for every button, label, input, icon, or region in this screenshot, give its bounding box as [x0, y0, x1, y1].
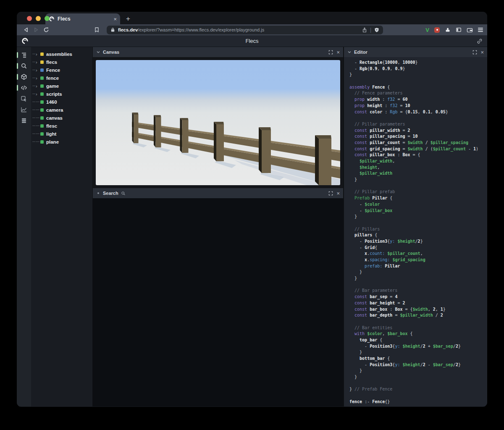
expand-chevron-icon[interactable]: › [36, 76, 39, 80]
code-line[interactable]: - Rgb{0.9, 0.9, 0.9} [349, 66, 485, 72]
sidebar-toggle-icon[interactable] [456, 27, 462, 33]
close-window-button[interactable] [27, 16, 32, 21]
code-line[interactable]: pillars { [349, 232, 485, 239]
code-line[interactable] [349, 393, 485, 399]
code-line[interactable]: assembly Fence { [349, 84, 485, 91]
chevron-down-icon[interactable] [96, 50, 100, 54]
code-line[interactable]: // Bar parameters [349, 288, 485, 294]
new-tab-button[interactable]: + [126, 15, 130, 23]
code-line[interactable]: prefab: Pillar [349, 263, 485, 270]
stats-chart-icon[interactable] [17, 104, 31, 115]
code-line[interactable]: x.spacing: $grid_spacing [349, 257, 485, 263]
expand-chevron-icon[interactable]: › [36, 92, 39, 96]
expand-chevron-icon[interactable]: › [36, 52, 39, 56]
code-line[interactable] [349, 220, 485, 226]
code-line[interactable]: - Rectangle{10000, 10000} [349, 60, 485, 66]
code-line[interactable]: - $pillar_box [349, 208, 485, 214]
chevron-down-icon[interactable] [347, 50, 352, 54]
code-line[interactable]: } [349, 374, 485, 380]
reload-icon[interactable] [41, 26, 51, 34]
code-line[interactable]: const bar_depth = $pillar_width / 2 [349, 312, 485, 319]
forward-icon[interactable] [31, 26, 41, 34]
share-link-icon[interactable] [477, 38, 483, 44]
expand-chevron-icon[interactable]: › [36, 60, 39, 64]
tree-item[interactable]: ›fence [31, 74, 92, 82]
code-line[interactable]: // Pillar parameters [349, 121, 485, 128]
fullscreen-icon[interactable] [471, 49, 478, 55]
close-panel-icon[interactable]: × [336, 49, 340, 55]
code-line[interactable]: - Grid{ [349, 245, 485, 251]
inspector-icon[interactable] [17, 93, 31, 104]
tree-item[interactable]: plane [31, 138, 92, 146]
code-line[interactable]: } [349, 368, 485, 374]
share-icon[interactable] [362, 27, 367, 33]
3d-viewport[interactable] [96, 60, 340, 185]
close-panel-icon[interactable]: × [480, 49, 484, 55]
code-line[interactable]: // Fence parameters [349, 90, 485, 97]
code-line[interactable]: prop width : f32 = 60 [349, 97, 485, 103]
code-line[interactable]: - $color [349, 202, 485, 208]
code-line[interactable]: // Pillar prefab [349, 189, 485, 195]
tree-item[interactable]: canvas [31, 114, 92, 122]
tree-item[interactable]: flesc [31, 122, 92, 130]
canvas-cube-icon[interactable] [17, 71, 31, 82]
tree-item[interactable]: ›game [31, 82, 92, 90]
red-extension-icon[interactable] [434, 27, 440, 33]
url-bar[interactable]: flecs.dev/explorer/?wasm=https://www.fle… [107, 26, 383, 34]
brave-shield-icon[interactable] [374, 27, 379, 33]
code-line[interactable]: prop height : f32 = 10 [349, 103, 485, 109]
tree-item[interactable]: 1460 [31, 98, 92, 106]
code-line[interactable] [349, 183, 485, 189]
code-line[interactable] [349, 78, 485, 84]
query-search-icon[interactable] [17, 60, 31, 71]
expand-chevron-icon[interactable]: › [36, 68, 39, 72]
v-extension-icon[interactable]: V [425, 27, 429, 33]
code-line[interactable]: const grid_spacing = $width / ($pillar_c… [349, 146, 485, 152]
code-line[interactable]: const bar_sep = 4 [349, 294, 485, 300]
code-line[interactable]: const color : Rgb = {0.15, 0.1, 0.05} [349, 109, 485, 115]
code-line[interactable]: } [349, 72, 485, 78]
tab-close-icon[interactable]: × [113, 16, 117, 22]
tree-item[interactable]: ›assemblies [31, 50, 92, 58]
code-line[interactable]: } // Prefab Fence [349, 386, 485, 393]
code-line[interactable]: // Pillars [349, 226, 485, 233]
wallet-icon[interactable] [467, 27, 473, 33]
back-icon[interactable] [21, 26, 31, 34]
code-line[interactable]: $pillar_width [349, 170, 485, 177]
code-line[interactable]: top_bar { [349, 337, 485, 343]
code-line[interactable]: - Position3{y: $height/2} [349, 239, 485, 245]
editor-code-icon[interactable] [17, 82, 31, 93]
code-line[interactable] [349, 380, 485, 387]
code-line[interactable]: Prefab Pillar { [349, 195, 485, 202]
tree-item[interactable]: ›Fence [31, 66, 92, 74]
code-line[interactable]: $pillar_width, [349, 158, 485, 165]
code-line[interactable]: const bar_box : Box = {$width, 2, 1} [349, 307, 485, 313]
entities-tree-icon[interactable] [17, 50, 31, 60]
code-line[interactable]: } [349, 349, 485, 356]
collapsed-dot-icon[interactable] [97, 192, 99, 194]
code-line[interactable]: const pillar_spacing = 10 [349, 134, 485, 140]
code-editor[interactable]: - Rectangle{10000, 10000} - Rgb{0.9, 0.9… [344, 57, 487, 406]
code-line[interactable]: } [349, 275, 485, 282]
code-line[interactable]: } [349, 177, 485, 183]
code-line[interactable]: $height, [349, 165, 485, 171]
fullscreen-icon[interactable] [327, 190, 334, 197]
code-line[interactable]: - Position3{y: $height/2 + $bar_sep/2} [349, 343, 485, 350]
requests-stack-icon[interactable] [17, 115, 31, 126]
code-line[interactable] [349, 115, 485, 121]
tree-item[interactable]: ›scripts [31, 90, 92, 98]
code-line[interactable]: bottom_bar { [349, 356, 485, 362]
extensions-puzzle-icon[interactable] [445, 27, 451, 33]
code-line[interactable]: with $color, $bar_box { [349, 331, 485, 337]
expand-chevron-icon[interactable]: › [36, 84, 39, 88]
search-panel-body[interactable] [93, 198, 343, 406]
code-line[interactable]: const pillar_count = $width / $pillar_sp… [349, 140, 485, 146]
fullscreen-icon[interactable] [327, 49, 334, 55]
code-line[interactable]: } [349, 269, 485, 275]
code-line[interactable]: x.count: $pillar_count, [349, 251, 485, 257]
bookmark-icon[interactable] [92, 26, 102, 34]
code-line[interactable] [349, 319, 485, 325]
code-line[interactable]: // Bar entities [349, 325, 485, 331]
menu-icon[interactable] [478, 28, 483, 32]
code-line[interactable] [349, 282, 485, 288]
